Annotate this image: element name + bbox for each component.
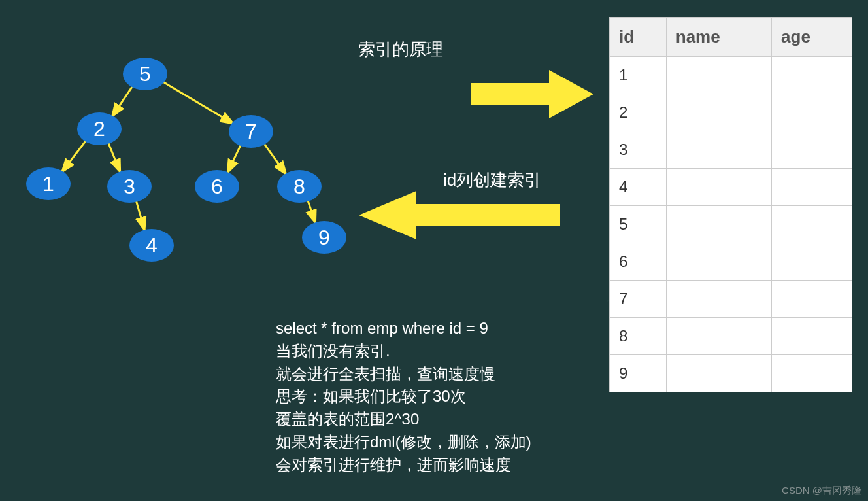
table-cell [666,281,771,318]
table-cell [666,57,771,94]
table-cell [666,94,771,131]
table-header-row: id name age [610,18,852,57]
svg-marker-1 [359,191,560,239]
table-row: 4 [610,169,852,206]
arrow-right-icon [471,69,595,120]
diagram-title: 索引的原理 [358,38,443,61]
explanation-text: select * from emp where id = 9 当我们没有索引. … [276,317,531,477]
tree-edge [136,200,145,231]
col-id: id [610,18,667,57]
tree-edge [112,85,133,117]
col-name: name [666,18,771,57]
watermark: CSDN @吉冈秀隆 [782,485,861,497]
col-age: age [772,18,852,57]
tree-node: 5 [123,58,167,90]
tree-edge [227,144,241,173]
tree-node: 7 [229,115,273,148]
tree-node: 9 [302,221,346,254]
table-cell [772,281,852,318]
data-table: id name age 123456789 [609,17,852,392]
tree-node: 8 [277,170,322,203]
tree-edge [61,139,87,172]
table-cell [772,94,852,131]
table-cell [772,318,852,355]
table-row: 2 [610,94,852,131]
table-cell [772,57,852,94]
table-cell [772,243,852,281]
table-row: 5 [610,206,852,243]
svg-marker-0 [471,70,593,118]
table-cell [666,131,771,169]
table-cell: 6 [610,243,667,281]
table-cell [666,355,771,392]
arrow-left-icon [358,190,560,241]
table-cell [772,355,852,392]
table-cell: 5 [610,206,667,243]
tree-node: 4 [129,229,174,262]
table-cell [772,131,852,169]
tree-node: 3 [107,170,152,203]
table-cell [772,206,852,243]
table-row: 3 [610,131,852,169]
table-cell [666,318,771,355]
table-cell: 7 [610,281,667,318]
table-row: 6 [610,243,852,281]
table-cell [772,169,852,206]
binary-tree-diagram: 527136849 [0,0,366,275]
tree-edge [161,81,234,124]
table-cell [666,206,771,243]
table-row: 1 [610,57,852,94]
table-cell: 9 [610,355,667,392]
tree-node: 6 [195,170,239,203]
table-cell: 4 [610,169,667,206]
tree-edge [307,199,316,224]
tree-edge [263,143,287,175]
table-cell: 8 [610,318,667,355]
table-cell: 3 [610,131,667,169]
tree-node: 2 [77,112,122,145]
table-row: 9 [610,355,852,392]
table-cell: 1 [610,57,667,94]
arrow-label: id列创建索引 [443,169,541,192]
table-cell: 2 [610,94,667,131]
tree-node: 1 [26,167,71,200]
tree-edge [108,141,120,172]
table-cell [666,243,771,281]
table-row: 7 [610,281,852,318]
table-cell [666,169,771,206]
table-row: 8 [610,318,852,355]
